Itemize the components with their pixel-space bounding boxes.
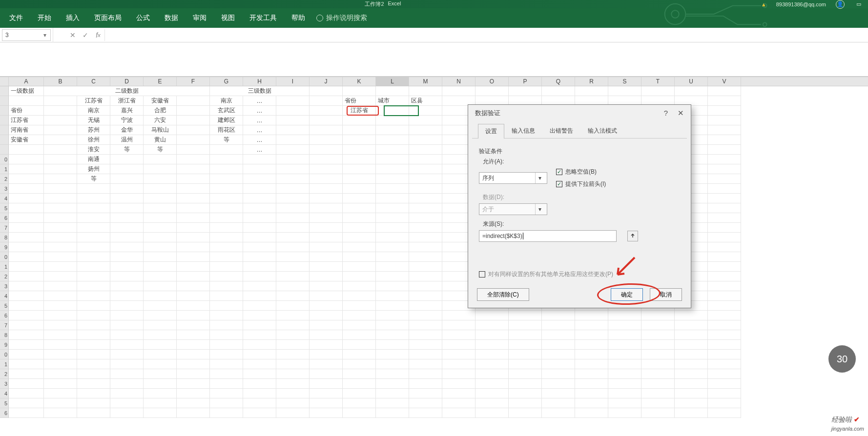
cell[interactable]: 宁波 [110,116,144,125]
cell[interactable] [376,330,409,340]
cell[interactable] [310,272,343,281]
cell[interactable] [110,272,144,281]
cell[interactable] [475,398,509,408]
cell[interactable] [641,320,675,330]
chevron-down-icon[interactable]: ▾ [42,32,47,39]
cell[interactable] [9,340,44,350]
cell[interactable] [608,408,641,418]
col-P[interactable]: P [509,77,542,86]
cell[interactable] [110,350,144,359]
cell[interactable] [77,184,110,194]
cell[interactable] [409,359,442,369]
cell[interactable] [310,389,343,398]
cell[interactable] [442,340,475,350]
cell[interactable] [343,350,376,359]
cell[interactable] [243,291,276,301]
cell[interactable] [575,369,608,379]
col-N[interactable]: N [442,77,475,86]
cell[interactable] [542,330,575,340]
cell[interactable] [310,242,343,252]
cell[interactable] [110,281,144,291]
cell[interactable] [409,320,442,330]
cell[interactable] [77,242,110,252]
cell[interactable] [641,311,675,320]
cell[interactable] [575,311,608,320]
cell[interactable] [77,340,110,350]
cell[interactable] [575,350,608,359]
cell[interactable] [177,350,210,359]
cell[interactable] [44,184,77,194]
cell[interactable] [675,389,708,398]
cell[interactable] [44,252,77,262]
cell[interactable] [343,281,376,291]
cell[interactable] [276,350,310,359]
cell[interactable]: 合肥 [144,106,177,116]
cell[interactable] [144,340,177,350]
cell[interactable] [9,320,44,330]
cell[interactable] [210,203,243,213]
cell[interactable] [376,272,409,281]
ok-button[interactable]: 确定 [611,288,643,301]
cell[interactable] [475,379,509,389]
cell[interactable] [608,330,641,340]
cell[interactable] [44,194,77,203]
cell[interactable] [509,359,542,369]
cell[interactable] [276,194,310,203]
cell[interactable] [343,223,376,233]
cell[interactable] [9,223,44,233]
col-B[interactable]: B [44,77,77,86]
cell[interactable] [343,242,376,252]
source-input[interactable]: =indirect($K$3) [479,230,617,242]
cell[interactable] [708,311,741,320]
cell[interactable]: 南通 [77,155,110,164]
cell[interactable] [343,262,376,272]
cell[interactable] [177,389,210,398]
cell[interactable] [575,330,608,340]
cell[interactable] [177,398,210,408]
cell[interactable] [310,291,343,301]
cell[interactable] [376,398,409,408]
cell[interactable] [9,203,44,213]
cell[interactable] [409,194,442,203]
cell[interactable] [276,252,310,262]
help-icon[interactable]: ? [664,109,668,118]
cell[interactable] [44,281,77,291]
cell[interactable] [310,184,343,194]
cell[interactable] [110,301,144,311]
cell[interactable]: 淮安 [77,145,110,155]
cell[interactable] [110,311,144,320]
cell[interactable] [409,252,442,262]
tab-formulas[interactable]: 公式 [129,8,157,28]
cell[interactable] [110,340,144,350]
cell[interactable] [210,252,243,262]
cell[interactable] [210,389,243,398]
cell[interactable] [243,184,276,194]
cell[interactable] [177,223,210,233]
col-T[interactable]: T [641,77,675,86]
user-avatar-icon[interactable]: 👤 [836,0,845,9]
cell[interactable] [210,311,243,320]
cell[interactable] [376,203,409,213]
cell[interactable] [9,311,44,320]
cell[interactable] [44,223,77,233]
cell[interactable] [509,350,542,359]
cell[interactable] [708,330,741,340]
cell[interactable] [641,350,675,359]
cell[interactable] [276,311,310,320]
cell[interactable] [475,320,509,330]
cell[interactable]: 雨花区 [210,125,243,135]
cell[interactable] [409,389,442,398]
cell[interactable] [243,311,276,320]
cell[interactable] [708,301,741,311]
cell[interactable] [276,301,310,311]
cell[interactable]: 黄山 [144,135,177,145]
cell[interactable] [210,223,243,233]
cell[interactable] [708,233,741,242]
col-H[interactable]: H [243,77,276,86]
cell[interactable] [110,379,144,389]
cell[interactable] [77,194,110,203]
cell[interactable] [376,408,409,418]
cell[interactable] [442,408,475,418]
cell[interactable] [343,340,376,350]
cell[interactable] [310,359,343,369]
